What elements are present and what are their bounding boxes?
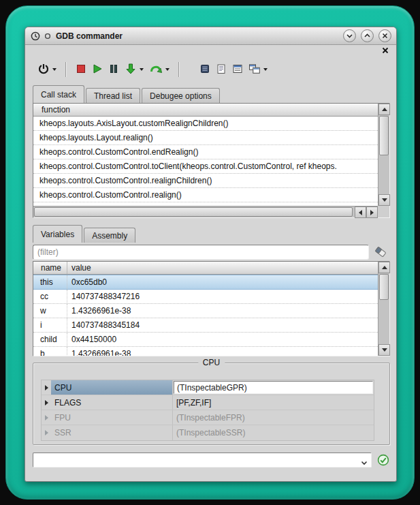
scroll-down-button[interactable] xyxy=(378,344,390,356)
tab-thread-list[interactable]: Thread list xyxy=(86,88,140,103)
arrow-down-icon xyxy=(382,348,387,352)
tab-call-stack[interactable]: Call stack xyxy=(33,85,84,103)
register-group-name[interactable]: FLAGS xyxy=(51,395,173,410)
run-icon xyxy=(92,63,103,76)
run-button[interactable] xyxy=(89,60,106,79)
scrollbar-thumb[interactable] xyxy=(379,274,389,300)
maximize-button[interactable] xyxy=(361,29,374,42)
name-column-label: name xyxy=(33,262,67,274)
variable-row[interactable]: w 1.43266961e-38 xyxy=(33,304,378,318)
confirm-button[interactable] xyxy=(376,453,390,467)
scroll-up-button[interactable] xyxy=(378,104,390,115)
breakpoints-window-icon xyxy=(232,63,243,76)
variables-table: name value this 0xc65db0 cc 140737488347… xyxy=(33,261,390,356)
scroll-left-button[interactable] xyxy=(355,206,366,218)
variable-row[interactable]: b 1.43266961e-38 xyxy=(33,347,378,356)
expand-arrow-icon[interactable] xyxy=(42,395,51,410)
variable-name: this xyxy=(33,275,67,289)
dock-header xyxy=(25,45,396,56)
callstack-row[interactable]: kheops.control.CustomControl.realign() xyxy=(33,188,378,202)
variables-tabbar: Variables Assembly xyxy=(33,225,137,243)
scroll-up-button[interactable] xyxy=(378,262,390,273)
callstack-row[interactable]: kheops.control.CustomControl.toClient(kh… xyxy=(33,159,378,174)
scroll-down-button[interactable] xyxy=(378,194,390,206)
command-input[interactable] xyxy=(34,454,359,466)
dock-close-icon[interactable] xyxy=(381,46,389,55)
inspect-window-icon xyxy=(248,63,261,76)
document-button[interactable] xyxy=(213,60,229,79)
filter-input[interactable] xyxy=(33,245,369,260)
arrow-up-icon xyxy=(382,108,387,111)
breakpoints-window-button[interactable] xyxy=(229,60,246,79)
tab-debugee-options[interactable]: Debugee options xyxy=(142,88,220,103)
arrow-down-icon xyxy=(382,198,387,202)
register-group-name[interactable]: FPU xyxy=(51,410,173,425)
arrow-up-icon xyxy=(382,266,387,269)
step-over-menu-arrow-icon xyxy=(165,68,169,71)
expand-arrow-icon[interactable] xyxy=(42,380,51,395)
variable-name: i xyxy=(33,318,67,332)
sticky-icon[interactable] xyxy=(44,33,51,40)
cpu-row[interactable]: CPU (TInspectableGPR) xyxy=(42,380,374,395)
expand-arrow-icon[interactable] xyxy=(42,425,51,440)
window-title: GDB commander xyxy=(56,31,123,41)
scrollbar-thumb[interactable] xyxy=(379,116,389,155)
register-group-name[interactable]: CPU xyxy=(51,380,173,395)
variable-value: 0x44150000 xyxy=(67,333,116,346)
disassembly-icon xyxy=(199,63,210,76)
combo-dropdown-icon[interactable] xyxy=(361,458,368,468)
cpu-register-table: CPU (TInspectableGPR) FLAGS [PF,ZF,IF] F… xyxy=(41,380,374,441)
register-group-value[interactable]: [PF,ZF,IF] xyxy=(173,395,374,410)
tab-assembly[interactable]: Assembly xyxy=(84,228,135,243)
app-icon[interactable] xyxy=(30,31,41,42)
stop-icon xyxy=(76,63,86,76)
callstack-horizontal-scrollbar[interactable] xyxy=(33,206,378,217)
arrow-left-icon xyxy=(359,210,362,215)
register-group-value[interactable]: (TInspectableSSR) xyxy=(173,425,374,440)
callstack-vertical-scrollbar[interactable] xyxy=(378,104,389,206)
callstack-row[interactable]: kheops.control.CustomControl.realignChil… xyxy=(33,174,378,188)
expand-arrow-icon[interactable] xyxy=(42,410,51,425)
callstack-row[interactable]: kheops.layouts.Layout.realign() xyxy=(33,131,378,145)
power-button[interactable] xyxy=(35,60,59,79)
variables-vertical-scrollbar[interactable] xyxy=(378,262,389,356)
callstack-column-header[interactable]: function xyxy=(33,104,378,117)
scroll-right-button[interactable] xyxy=(366,206,378,218)
clear-filter-icon[interactable] xyxy=(374,246,389,258)
stop-button[interactable] xyxy=(73,60,89,79)
variable-row[interactable]: i 140737488345184 xyxy=(33,318,378,333)
step-into-button[interactable] xyxy=(122,60,146,79)
cpu-group-title: CPU xyxy=(198,358,225,367)
variable-row[interactable]: cc 140737488347216 xyxy=(33,290,378,304)
variable-name: cc xyxy=(33,290,67,303)
cpu-row[interactable]: FLAGS [PF,ZF,IF] xyxy=(42,395,374,410)
pause-button[interactable] xyxy=(106,60,122,79)
document-icon xyxy=(216,63,227,76)
step-over-button[interactable] xyxy=(146,60,172,79)
disassembly-button[interactable] xyxy=(197,60,213,79)
cpu-row[interactable]: SSR (TInspectableSSR) xyxy=(42,425,374,440)
value-column-label: value xyxy=(67,263,91,273)
scrollbar-thumb[interactable] xyxy=(34,207,353,217)
variable-name: child xyxy=(33,333,67,346)
command-combobox[interactable] xyxy=(33,453,372,468)
titlebar[interactable]: GDB commander xyxy=(25,27,396,45)
variable-value: 140737488345184 xyxy=(67,318,140,332)
cpu-groupbox: CPU CPU (TInspectableGPR) FLAGS [PF,ZF,I… xyxy=(33,363,390,445)
register-group-value[interactable]: (TInspectableGPR) xyxy=(174,381,373,394)
close-button[interactable] xyxy=(378,29,391,42)
callstack-table: function kheops.layouts.AxisLayout.custo… xyxy=(33,103,390,218)
variables-column-header[interactable]: name value xyxy=(33,262,378,275)
tab-variables[interactable]: Variables xyxy=(33,225,82,243)
inspect-window-button[interactable] xyxy=(246,60,270,79)
variables-list: name value this 0xc65db0 cc 140737488347… xyxy=(33,262,378,356)
callstack-row[interactable]: kheops.layouts.AxisLayout.customRealignC… xyxy=(33,117,378,131)
register-group-name[interactable]: SSR xyxy=(51,425,173,440)
register-group-value[interactable]: (TInspectableFPR) xyxy=(173,410,374,425)
minimize-button[interactable] xyxy=(343,29,356,42)
callstack-row[interactable]: kheops.control.CustomControl.endRealign(… xyxy=(33,145,378,159)
variable-row[interactable]: child 0x44150000 xyxy=(33,333,378,347)
variable-value: 1.43266961e-38 xyxy=(67,304,131,318)
variable-row[interactable]: this 0xc65db0 xyxy=(33,275,378,290)
cpu-row[interactable]: FPU (TInspectableFPR) xyxy=(42,410,374,425)
